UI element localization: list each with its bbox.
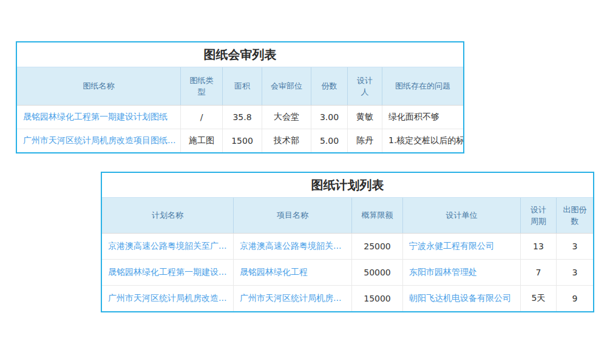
table-row: 晟铭园林绿化工程第一期建设计划图纸 / 35.8 大会堂 3.00 黄敏 绿化面… [17,106,463,129]
table-row: 京港澳高速公路粤境韶关至广... 京港澳高速公路粤境韶关... 25000 宁波… [102,234,593,260]
column-header-project-name: 项目名称 [234,198,352,233]
cell-designer: 黄敏 [348,106,382,129]
design-unit-link[interactable]: 东阳市园林管理处 [403,260,521,285]
column-header-design-cycle: 设计周期 [521,198,557,233]
column-header-output-copies: 出图份数 [557,198,593,233]
cell-review-location: 技术部 [262,129,311,152]
cell-output-copies: 3 [557,234,593,259]
column-header-drawing-issues: 图纸存在的问题 [382,67,463,105]
cell-designer: 陈丹 [348,129,382,152]
cell-area: 35.8 [223,106,262,129]
table-row: 广州市天河区统计局机房改造... 广州市天河区统计局机房... 15000 朝阳… [102,286,593,311]
column-header-budget-limit: 概算限额 [352,198,403,233]
plan-name-link[interactable]: 广州市天河区统计局机房改造... [102,286,234,311]
design-unit-link[interactable]: 宁波永健工程有限公司 [403,234,521,259]
drawing-plan-table: 图纸计划列表 计划名称 项目名称 概算限额 设计单位 设计周期 出图份数 京港澳… [101,172,594,312]
drawing-review-table: 图纸会审列表 图纸名称 图纸类型 面积 会审部位 份数 设计人 图纸存在的问题 … [16,41,464,153]
cell-area: 1500 [223,129,262,152]
column-header-plan-name: 计划名称 [102,198,234,233]
cell-copies: 5.00 [311,129,348,152]
cell-design-cycle: 5天 [521,286,557,311]
project-name-link[interactable]: 晟铭园林绿化工程 [234,260,352,285]
cell-budget-limit: 50000 [352,260,403,285]
drawing-plan-header-row: 计划名称 项目名称 概算限额 设计单位 设计周期 出图份数 [102,198,593,234]
cell-design-cycle: 7 [521,260,557,285]
drawing-plan-title: 图纸计划列表 [102,173,593,198]
column-header-drawing-name: 图纸名称 [17,67,181,105]
cell-output-copies: 9 [557,286,593,311]
cell-copies: 3.00 [311,106,348,129]
cell-review-location: 大会堂 [262,106,311,129]
column-header-review-location: 会审部位 [262,67,311,105]
column-header-copies: 份数 [311,67,348,105]
cell-drawing-issues: 绿化面积不够 [382,106,463,129]
drawing-name-link[interactable]: 晟铭园林绿化工程第一期建设计划图纸 [17,106,181,129]
column-header-design-unit: 设计单位 [403,198,521,233]
drawing-review-header-row: 图纸名称 图纸类型 面积 会审部位 份数 设计人 图纸存在的问题 [17,67,463,106]
cell-drawing-issues: 1.核定交桩以后的标... [382,129,463,152]
plan-name-link[interactable]: 京港澳高速公路粤境韶关至广... [102,234,234,259]
design-unit-link[interactable]: 朝阳飞达机电设备有限公司 [403,286,521,311]
cell-budget-limit: 25000 [352,234,403,259]
cell-budget-limit: 15000 [352,286,403,311]
cell-drawing-type: / [181,106,223,129]
drawing-name-link[interactable]: 广州市天河区统计局机房改造项目图纸... [17,129,181,152]
project-name-link[interactable]: 京港澳高速公路粤境韶关... [234,234,352,259]
cell-drawing-type: 施工图 [181,129,223,152]
plan-name-link[interactable]: 晟铭园林绿化工程第一期建设... [102,260,234,285]
table-row: 晟铭园林绿化工程第一期建设... 晟铭园林绿化工程 50000 东阳市园林管理处… [102,260,593,286]
project-name-link[interactable]: 广州市天河区统计局机房... [234,286,352,311]
column-header-drawing-type: 图纸类型 [181,67,223,105]
drawing-review-title: 图纸会审列表 [17,42,463,67]
cell-output-copies: 3 [557,260,593,285]
column-header-designer: 设计人 [348,67,382,105]
table-row: 广州市天河区统计局机房改造项目图纸... 施工图 1500 技术部 5.00 陈… [17,129,463,152]
column-header-area: 面积 [223,67,262,105]
cell-design-cycle: 13 [521,234,557,259]
